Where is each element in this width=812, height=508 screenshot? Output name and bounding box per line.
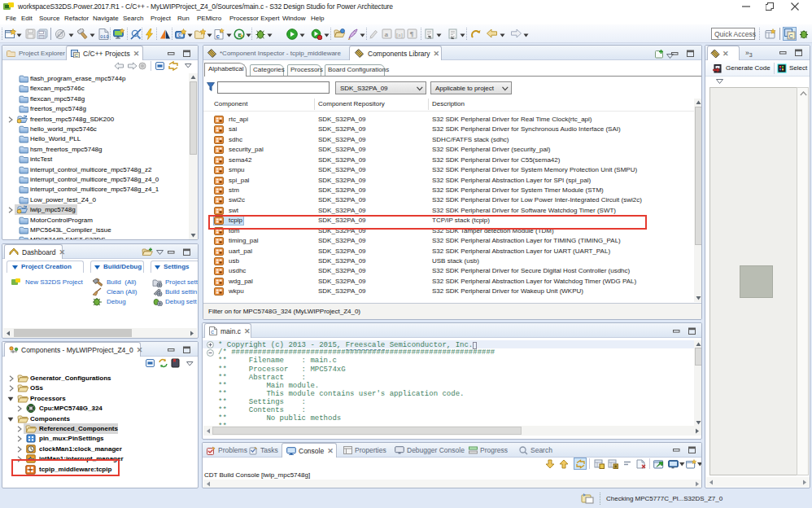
svg-text:[a]: [a] xyxy=(396,32,403,38)
svg-text:¶: ¶ xyxy=(410,30,414,38)
svg-text:C: C xyxy=(789,33,793,39)
svg-text:010: 010 xyxy=(100,34,109,40)
svg-text:a: a xyxy=(385,30,389,38)
svg-text:C: C xyxy=(75,53,79,58)
svg-text:c: c xyxy=(216,33,220,40)
svg-text:c: c xyxy=(211,329,214,335)
